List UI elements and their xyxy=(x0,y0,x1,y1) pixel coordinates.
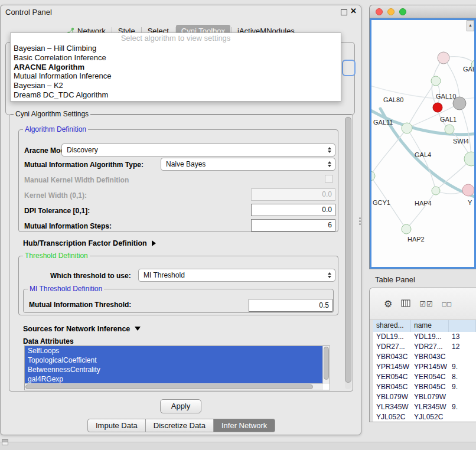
list-vertical-thumb[interactable] xyxy=(324,347,329,380)
network-node-label: Y xyxy=(468,199,472,206)
algorithm-option[interactable]: Mutual Information Inference xyxy=(11,71,341,81)
algorithm-list: Bayesian – Hill ClimbingBasic Correlatio… xyxy=(11,44,341,100)
mi-type-label: Mutual Information Algorithm Type: xyxy=(24,161,144,169)
kernel-width-label: Kernel Width (0,1): xyxy=(24,191,87,200)
network-canvas[interactable]: GAL80GAL10GAL11GAL1SWI4GAL4GCY1HAP4HAP2G… xyxy=(370,18,476,269)
data-attribute-item[interactable]: SelfLoops xyxy=(25,346,323,356)
bottom-tab-infer-network[interactable]: Infer Network xyxy=(214,419,275,432)
table-row[interactable]: YDL19...YDL19...13 xyxy=(373,332,476,342)
table-row[interactable]: YBR045CYBR045C9. xyxy=(373,382,476,392)
network-node[interactable] xyxy=(438,52,449,64)
kernel-width-field[interactable]: 0.0 xyxy=(251,188,335,201)
close-traffic-light-icon[interactable] xyxy=(376,8,383,15)
apply-button[interactable]: Apply xyxy=(160,399,201,413)
mi-steps-label: Mutual Information Steps: xyxy=(24,222,112,230)
select-all-rows-icon[interactable]: ☑☑ xyxy=(419,299,433,309)
list-horizontal-scrollbar[interactable] xyxy=(25,383,323,390)
algorithm-placeholder: Select algorithm to view settings xyxy=(11,33,341,44)
list-vertical-scrollbar[interactable] xyxy=(322,346,330,384)
table-row[interactable]: YBL079WYBL079W xyxy=(373,392,476,402)
panel-toggle-icon[interactable] xyxy=(2,439,8,445)
gear-icon[interactable]: ⚙ xyxy=(384,299,392,309)
network-edge[interactable] xyxy=(407,81,436,128)
table-column-header[interactable]: shared... xyxy=(373,320,411,332)
table-row[interactable]: YBR043CYBR043C xyxy=(373,352,476,362)
refresh-button-focused[interactable] xyxy=(342,60,356,76)
network-node[interactable] xyxy=(432,187,440,195)
network-node-label: GAL10 xyxy=(436,93,456,100)
which-threshold-select[interactable]: MI Threshold xyxy=(138,269,335,282)
network-node[interactable] xyxy=(402,123,412,133)
scroll-up-arrow-icon[interactable]: ▲ xyxy=(467,20,474,31)
network-window-titlebar[interactable] xyxy=(370,5,476,18)
table-row[interactable]: YPR145WYPR145W9. xyxy=(373,362,476,372)
table-cell xyxy=(449,392,476,402)
network-edge[interactable] xyxy=(407,128,436,191)
network-node[interactable] xyxy=(462,184,474,196)
network-node[interactable] xyxy=(402,224,411,234)
network-node-label: GCY1 xyxy=(373,199,390,206)
settings-scrollbar[interactable] xyxy=(345,116,351,389)
algorithm-option[interactable]: Bayesian – K2 xyxy=(11,81,341,90)
table-row[interactable]: YLR345WYLR345W9. xyxy=(373,402,476,412)
network-node-label: GAL4 xyxy=(415,151,431,158)
chevron-updown-icon xyxy=(328,147,331,153)
network-edge[interactable] xyxy=(371,128,407,176)
table-body: YDL19...YDL19...13YDR27...YDR27...12YBR0… xyxy=(373,332,476,422)
table-row[interactable]: YJL052CYJL052C xyxy=(373,412,476,422)
data-attribute-item[interactable]: gal4RGexp xyxy=(25,374,323,384)
close-icon[interactable]: ✕ xyxy=(350,6,357,15)
table-row[interactable]: YDR27...YDR27...12 xyxy=(373,342,476,352)
table-cell: 9. xyxy=(449,402,476,412)
network-node-label: HAP4 xyxy=(415,200,432,207)
algorithm-dropdown-popup: Select algorithm to view settings Bayesi… xyxy=(10,32,341,102)
threshold-definition-title: Threshold Definition xyxy=(23,252,90,260)
network-edge[interactable] xyxy=(459,103,471,159)
table-cell: YBR045C xyxy=(373,382,411,392)
table-cell: YPR145W xyxy=(411,362,449,372)
application-background: Control Panel ✕ NetworkStyleSelectCyni T… xyxy=(0,0,476,450)
algorithm-option[interactable]: Bayesian – Hill Climbing xyxy=(11,44,341,53)
table-row[interactable]: YER054CYER054C8. xyxy=(373,372,476,382)
chevron-updown-icon xyxy=(328,161,331,167)
zoom-traffic-light-icon[interactable] xyxy=(399,8,406,15)
table-panel-title: Table Panel xyxy=(375,275,415,284)
settings-scrollbar-thumb[interactable] xyxy=(345,117,351,383)
collapsed-arrow-icon xyxy=(152,240,156,246)
data-attribute-item[interactable]: BetweennessCentrality xyxy=(25,365,323,374)
hub-section-toggle[interactable]: Hub/Transcription Factor Definition xyxy=(23,239,156,247)
network-node[interactable] xyxy=(445,125,454,134)
mi-threshold-field[interactable]: 0.5 xyxy=(249,299,332,312)
which-threshold-label: Which threshold to use: xyxy=(50,272,131,280)
algorithm-option[interactable]: Dream8 DC_TDC Algorithm xyxy=(11,90,341,100)
network-node[interactable] xyxy=(433,103,442,112)
panel-splitter-handle[interactable] xyxy=(359,217,361,226)
bottom-tab-discretize-data[interactable]: Discretize Data xyxy=(146,419,214,432)
data-attributes-list[interactable]: SelfLoopsTopologicalCoefficientBetweenne… xyxy=(24,345,330,390)
table-column-header[interactable] xyxy=(449,320,476,332)
mi-type-select[interactable]: Naive Bayes xyxy=(161,158,335,171)
network-node[interactable] xyxy=(464,152,475,166)
aracne-mode-select[interactable]: Discovery xyxy=(61,144,335,156)
table-cell: YBR045C xyxy=(411,382,449,392)
mi-steps-field[interactable]: 6 xyxy=(251,219,335,231)
network-node[interactable] xyxy=(371,171,375,181)
dpi-tolerance-field[interactable]: 0.0 xyxy=(251,204,335,216)
float-window-icon[interactable] xyxy=(341,9,347,15)
table-toolbar: ⚙ ☑☑ □□ xyxy=(370,288,476,320)
sources-section-toggle[interactable]: Sources for Network Inference xyxy=(23,325,141,333)
table-column-header[interactable]: name xyxy=(411,320,449,332)
network-edge[interactable] xyxy=(406,191,436,229)
algorithm-option[interactable]: ARACNE Algorithm xyxy=(11,63,341,72)
columns-icon[interactable] xyxy=(401,299,410,309)
algorithm-option[interactable]: Basic Correlation Inference xyxy=(11,53,341,63)
network-node[interactable] xyxy=(431,76,441,86)
table-cell: YPR145W xyxy=(373,362,411,372)
list-horizontal-thumb[interactable] xyxy=(25,384,313,389)
data-attribute-item[interactable]: TopologicalCoefficient xyxy=(25,356,323,365)
table-cell: YDR27... xyxy=(411,342,449,352)
minimize-traffic-light-icon[interactable] xyxy=(387,8,395,15)
manual-kernel-checkbox[interactable] xyxy=(325,175,333,183)
clear-selection-icon[interactable]: □□ xyxy=(442,299,452,309)
bottom-tab-impute-data[interactable]: Impute Data xyxy=(87,419,146,432)
